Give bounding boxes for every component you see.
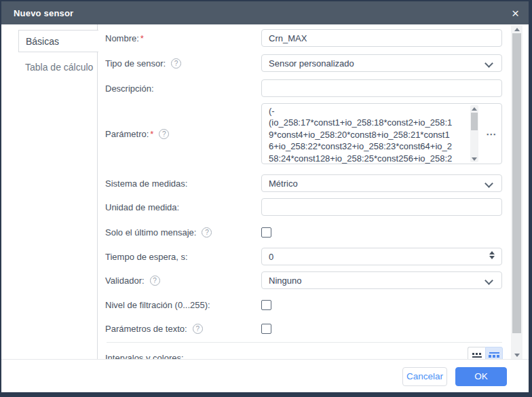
parametro-widget: (- (io_258:17*const1+io_258:18*const2+io…: [261, 103, 502, 164]
section-divider: [107, 342, 502, 343]
row-nombre: Nombre:*: [105, 29, 502, 47]
intervalos-y-colores-label: Intervalos y colores:: [105, 353, 184, 360]
validador-select[interactable]: Ninguno: [261, 271, 502, 289]
list-view-icon: [472, 353, 482, 358]
dialog-title: Nuevo sensor: [14, 8, 73, 18]
validador-label: Validador: ?: [105, 276, 261, 286]
tab-tabla-label: Tabla de cálculo: [25, 62, 93, 73]
tipo-de-sensor-value: Sensor personalizado: [269, 58, 354, 69]
dialog-scrollbar-thumb[interactable]: [512, 33, 521, 333]
unidad-de-medida-label: Unidad de medida:: [105, 202, 261, 212]
row-intervalos-y-colores: Intervalos y colores:: [105, 347, 502, 360]
tab-basicas-label: Básicas: [26, 36, 59, 47]
tipo-de-sensor-label: Tipo de sensor: ?: [105, 58, 261, 69]
dialog-scrollbar[interactable]: [511, 25, 522, 359]
row-parametros-de-texto: Parámetros de texto: ?: [105, 323, 502, 334]
help-icon[interactable]: ?: [202, 227, 212, 238]
cancel-button[interactable]: Cancelar: [402, 367, 447, 386]
validador-value: Ninguno: [269, 276, 301, 286]
row-tipo-de-sensor: Tipo de sensor: ? Sensor personalizado: [105, 54, 502, 72]
row-descripcion: Descripción:: [105, 79, 502, 97]
stepper-down-icon[interactable]: [489, 256, 495, 259]
scroll-up-icon[interactable]: [470, 105, 478, 112]
row-validador: Validador: ? Ninguno: [105, 271, 502, 289]
nombre-input[interactable]: [261, 29, 502, 47]
solo-ultimo-mensaje-checkbox[interactable]: [261, 227, 271, 238]
colors-view-icon: [489, 352, 499, 358]
nivel-de-filtracion-label: Nivel de filtración (0...255):: [105, 300, 261, 310]
scroll-down-icon[interactable]: [470, 155, 478, 162]
nombre-label: Nombre:*: [105, 33, 261, 43]
dialog-footer: Cancelar OK: [1, 360, 529, 392]
parametro-expand-button[interactable]: ⋯: [486, 129, 497, 139]
chevron-down-icon: [484, 59, 493, 68]
row-unidad-de-medida: Unidad de medida:: [105, 198, 502, 216]
parametro-scrollbar-thumb[interactable]: [471, 113, 478, 130]
stepper-up-icon[interactable]: [489, 251, 495, 254]
chevron-down-icon: [484, 179, 493, 188]
dialog-body: Básicas Tabla de cálculo Nombre:* Tipo d…: [1, 24, 529, 392]
form-scroll-area: Básicas Tabla de cálculo Nombre:* Tipo d…: [1, 24, 529, 360]
tab-tabla-de-calculo[interactable]: Tabla de cálculo: [18, 56, 98, 78]
tipo-de-sensor-select[interactable]: Sensor personalizado: [261, 54, 502, 72]
row-nivel-de-filtracion: Nivel de filtración (0...255):: [105, 299, 502, 310]
tab-basicas[interactable]: Básicas: [18, 30, 98, 52]
row-sistema-de-medidas: Sistema de medidas: Métrico: [105, 174, 502, 192]
intervals-colors-view-button[interactable]: [485, 347, 503, 360]
number-stepper[interactable]: [489, 251, 495, 259]
help-icon[interactable]: ?: [150, 276, 160, 286]
sistema-de-medidas-select[interactable]: Métrico: [261, 174, 502, 192]
required-asterisk: *: [140, 33, 144, 43]
help-icon[interactable]: ?: [193, 324, 203, 334]
ok-button[interactable]: OK: [455, 367, 507, 386]
new-sensor-dialog: Nuevo sensor × Básicas Tabla de cálculo …: [0, 0, 532, 397]
scroll-down-icon[interactable]: [511, 351, 522, 359]
help-icon[interactable]: ?: [159, 129, 169, 139]
scroll-up-icon[interactable]: [511, 25, 522, 33]
intervals-view-toggle: [468, 347, 503, 360]
row-tiempo-de-espera: Tiempo de espera, s:: [105, 248, 502, 265]
intervals-list-view-button[interactable]: [468, 347, 485, 360]
parametro-scrollbar[interactable]: [470, 105, 478, 162]
chevron-down-icon: [484, 276, 493, 285]
descripcion-input[interactable]: [261, 79, 502, 97]
solo-ultimo-mensaje-label: Solo el último mensaje: ?: [105, 227, 261, 238]
dialog-header: Nuevo sensor ×: [1, 1, 529, 24]
parametro-label: Parámetro:* ?: [105, 129, 261, 139]
tiempo-de-espera-label: Tiempo de espera, s:: [105, 252, 261, 262]
parametro-textarea[interactable]: (- (io_258:17*const1+io_258:18*const2+io…: [269, 105, 469, 164]
descripcion-label: Descripción:: [105, 83, 261, 94]
parametros-de-texto-checkbox[interactable]: [261, 324, 271, 334]
nivel-de-filtracion-checkbox[interactable]: [261, 300, 271, 310]
row-solo-ultimo-mensaje: Solo el último mensaje: ?: [105, 227, 502, 238]
row-parametro: Parámetro:* ? (- (io_258:17*const1+io_25…: [105, 103, 502, 164]
unidad-de-medida-input[interactable]: [261, 198, 502, 216]
help-icon[interactable]: ?: [171, 58, 181, 69]
sistema-de-medidas-value: Métrico: [269, 178, 298, 189]
sistema-de-medidas-label: Sistema de medidas:: [105, 178, 261, 189]
parametros-de-texto-label: Parámetros de texto: ?: [105, 324, 261, 334]
required-asterisk: *: [150, 129, 153, 139]
close-icon[interactable]: ×: [509, 5, 522, 21]
tiempo-de-espera-input[interactable]: [261, 248, 502, 265]
